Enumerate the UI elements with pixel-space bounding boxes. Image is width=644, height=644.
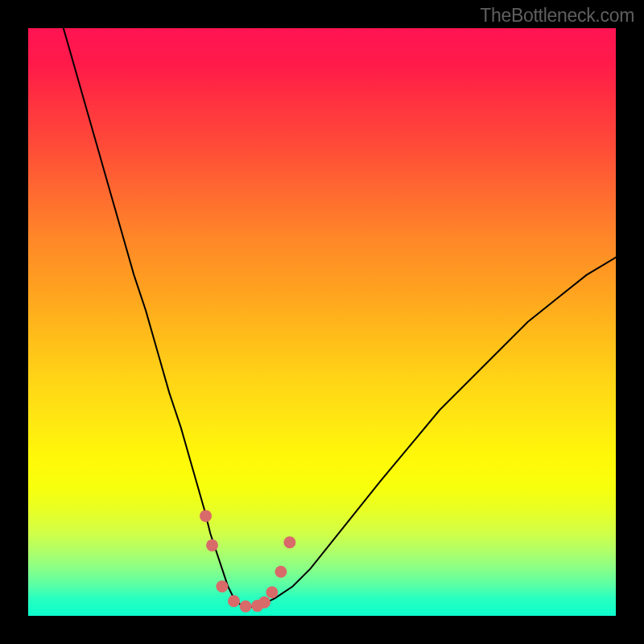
marker-dot	[275, 566, 287, 578]
marker-dot	[258, 597, 270, 609]
plot-area	[28, 28, 616, 616]
chart-frame: TheBottleneck.com	[0, 0, 644, 644]
marker-dot	[216, 580, 228, 592]
marker-dot	[206, 539, 218, 551]
bottleneck-curve	[64, 28, 616, 607]
watermark-text: TheBottleneck.com	[480, 5, 634, 27]
marker-dot	[283, 536, 295, 548]
marker-dot	[200, 510, 212, 522]
curve-svg	[28, 28, 616, 616]
marker-group	[200, 510, 295, 612]
marker-dot	[266, 586, 278, 598]
marker-dot	[240, 601, 252, 613]
marker-dot	[228, 595, 240, 607]
